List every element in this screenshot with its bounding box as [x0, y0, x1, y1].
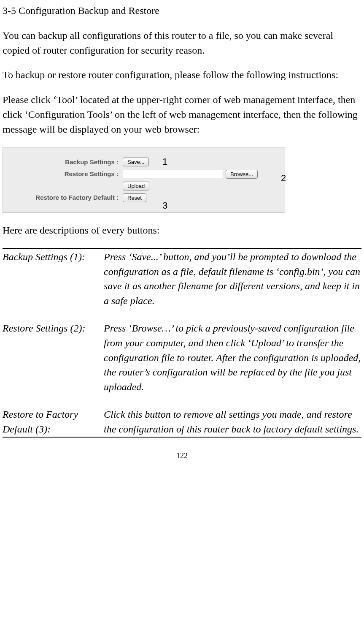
section-heading: 3‑5 Configuration Backup and Restore	[3, 3, 361, 18]
annotation-2: 2	[281, 171, 286, 185]
page-number: 122	[3, 450, 361, 461]
annotation-1: 1	[162, 155, 167, 169]
upload-button[interactable]: Upload	[123, 182, 149, 190]
table-row: Backup Settings (1): Press ‘Save...’ but…	[3, 249, 361, 308]
desc-val-backup: Press ‘Save...’ button, and you’ll be pr…	[104, 250, 361, 308]
config-tools-screenshot: Backup Settings : Save... Restore Settin…	[3, 147, 285, 213]
paragraph-1: You can backup all configurations of thi…	[3, 28, 361, 58]
restore-file-input[interactable]	[123, 169, 223, 179]
desc-key-restore: Restore Settings (2):	[3, 321, 104, 394]
factory-default-label: Restore to Factory Default :	[9, 193, 123, 202]
reset-button[interactable]: Reset	[123, 193, 146, 202]
descriptions-intro: Here are descriptions of every buttons:	[3, 223, 361, 238]
desc-key-backup: Backup Settings (1):	[3, 250, 104, 308]
restore-settings-label: Restore Settings :	[9, 169, 123, 179]
table-row: Restore to Factory Default (3): Click th…	[3, 406, 361, 437]
annotation-3: 3	[162, 199, 167, 212]
save-button[interactable]: Save...	[123, 158, 149, 166]
desc-val-restore: Press ‘Browse…’ to pick a previously-sav…	[104, 321, 361, 394]
paragraph-3: Please click ‘Tool’ located at the upper…	[3, 92, 361, 136]
backup-settings-label: Backup Settings :	[9, 158, 123, 167]
browse-button[interactable]: Browse...	[226, 170, 258, 179]
desc-key-factory: Restore to Factory Default (3):	[3, 407, 104, 437]
desc-val-factory: Click this button to remove all settings…	[104, 407, 361, 437]
descriptions-table: Backup Settings (1): Press ‘Save...’ but…	[3, 248, 361, 438]
paragraph-2: To backup or restore router configuratio…	[3, 68, 361, 82]
table-row: Restore Settings (2): Press ‘Browse…’ to…	[3, 320, 361, 394]
